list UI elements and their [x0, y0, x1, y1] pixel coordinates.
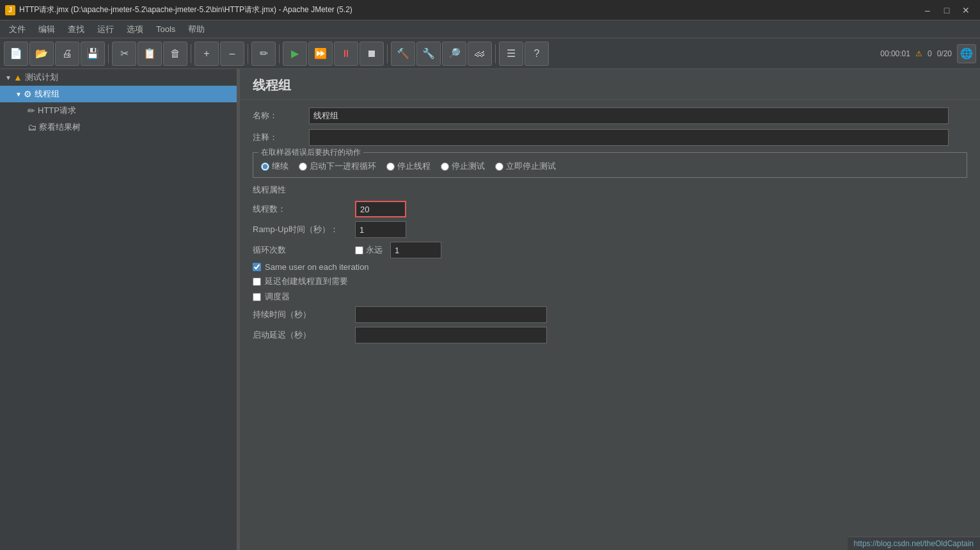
- content-panel: 线程组 名称： 注释： 在取样器错误后要执行的动作 继续: [240, 69, 980, 550]
- save-button[interactable]: 💾: [81, 42, 105, 66]
- minimize-button[interactable]: –: [919, 3, 937, 18]
- rampup-label: Ramp-Up时间（秒）：: [253, 224, 355, 235]
- thread-count-input[interactable]: [355, 201, 406, 217]
- race-button[interactable]: 🏎: [468, 42, 492, 66]
- radio-stop-now[interactable]: 立即停止测试: [495, 161, 556, 172]
- arrow-icon: ▼: [5, 74, 12, 81]
- menu-edit[interactable]: 编辑: [32, 21, 61, 38]
- sidebar-item-label-result: 察看结果树: [39, 122, 81, 133]
- http-request-icon: ✏: [28, 106, 35, 116]
- page-title: 线程组: [253, 77, 967, 94]
- sidebar-item-http-request[interactable]: ✏ HTTP请求: [0, 102, 239, 119]
- startup-delay-input[interactable]: [355, 327, 547, 343]
- radio-stop-thread-input[interactable]: [386, 162, 395, 171]
- wrench-button[interactable]: 🔧: [416, 42, 441, 66]
- loop-label: 循环次数: [253, 244, 355, 256]
- toolbar-sep-5: [387, 44, 388, 63]
- loop-count-input[interactable]: [390, 242, 441, 258]
- test-plan-icon: ▲: [13, 72, 22, 82]
- window-controls: – □ ✕: [919, 3, 975, 18]
- title-bar: J HTTP请求.jmx (D:\apache-jmeter-5.2\apach…: [0, 0, 980, 20]
- menu-tools[interactable]: Tools: [150, 22, 182, 36]
- thread-count-row: 线程数：: [253, 201, 967, 217]
- toolbar-sep-6: [495, 44, 496, 63]
- rampup-input[interactable]: [355, 221, 406, 238]
- maximize-button[interactable]: □: [938, 3, 956, 18]
- radio-stop-now-input[interactable]: [495, 162, 503, 171]
- thread-props-section: 线程属性 线程数： Ramp-Up时间（秒）： 循环次数 永远: [253, 184, 967, 343]
- sidebar-item-result-tree[interactable]: 🗂 察看结果树: [0, 119, 239, 136]
- menu-find[interactable]: 查找: [61, 21, 91, 38]
- scheduler-label: 调度器: [265, 291, 290, 302]
- form-area: 名称： 注释： 在取样器错误后要执行的动作 继续 启动下一进程: [240, 100, 980, 358]
- app-icon: J: [5, 5, 15, 15]
- menu-run[interactable]: 运行: [91, 21, 120, 38]
- thread-group-icon: ⚙: [24, 89, 32, 99]
- menu-file[interactable]: 文件: [3, 21, 32, 38]
- radio-next-input[interactable]: [299, 162, 307, 171]
- menu-options[interactable]: 选项: [120, 21, 150, 38]
- comment-input[interactable]: [309, 129, 949, 146]
- menu-help[interactable]: 帮助: [182, 21, 211, 38]
- sidebar: ▼ ▲ 测试计划 ▼ ⚙ 线程组 ✏ HTTP请求 🗂 察看结果树: [0, 69, 240, 550]
- warn-count: 0: [928, 49, 932, 58]
- scheduler-checkbox[interactable]: [253, 293, 261, 301]
- sidebar-drag-handle[interactable]: [237, 69, 239, 550]
- radio-stop-test-input[interactable]: [441, 162, 449, 171]
- footer-url: https://blog.csdn.net/theOldCaptain: [854, 539, 974, 548]
- duration-input[interactable]: [355, 306, 547, 323]
- search-button[interactable]: 🔎: [442, 42, 466, 66]
- new-button[interactable]: 📄: [4, 42, 28, 66]
- arrow-thread-icon: ▼: [15, 91, 22, 98]
- radio-next[interactable]: 启动下一进程循环: [299, 161, 376, 172]
- startup-delay-label: 启动延迟（秒）: [253, 329, 355, 341]
- same-user-checkbox[interactable]: [253, 263, 261, 271]
- duration-row: 持续时间（秒）: [253, 306, 967, 323]
- result-tree-icon: 🗂: [28, 122, 36, 132]
- remove-button[interactable]: –: [220, 42, 244, 66]
- edit-button[interactable]: ✏: [251, 42, 276, 66]
- cut-button[interactable]: ✂: [112, 42, 136, 66]
- help-button[interactable]: ?: [525, 42, 549, 66]
- timer-display: 00:00:01: [880, 49, 910, 58]
- close-button[interactable]: ✕: [957, 3, 975, 18]
- footer-bar: https://blog.csdn.net/theOldCaptain: [848, 537, 980, 550]
- delete-button[interactable]: 🗑: [163, 42, 187, 66]
- open-button[interactable]: 📂: [29, 42, 54, 66]
- toolbar-right: 00:00:01 ⚠ 0 0/20 🌐: [880, 44, 976, 63]
- loop-forever-checkbox[interactable]: [355, 246, 363, 255]
- hammer-button[interactable]: 🔨: [391, 42, 415, 66]
- progress-display: 0/20: [937, 49, 952, 58]
- radio-continue[interactable]: 继续: [261, 161, 288, 172]
- thread-props-title: 线程属性: [253, 184, 967, 196]
- print-button[interactable]: 🖨: [55, 42, 79, 66]
- sidebar-item-thread-group[interactable]: ▼ ⚙ 线程组: [0, 86, 239, 102]
- start-no-pause-button[interactable]: ⏩: [308, 42, 333, 66]
- list-button[interactable]: ☰: [499, 42, 523, 66]
- shutdown-button[interactable]: ⏹: [360, 42, 384, 66]
- radio-continue-input[interactable]: [261, 162, 269, 171]
- duration-label: 持续时间（秒）: [253, 309, 355, 320]
- radio-stop-test[interactable]: 停止测试: [441, 161, 485, 172]
- radio-next-label: 启动下一进程循环: [310, 161, 376, 172]
- add-button[interactable]: +: [194, 42, 219, 66]
- radio-stop-now-label: 立即停止测试: [506, 161, 556, 172]
- start-button[interactable]: ▶: [283, 42, 307, 66]
- radio-stop-thread[interactable]: 停止线程: [386, 161, 431, 172]
- comment-label: 注释：: [253, 132, 304, 143]
- toolbar: 📄 📂 🖨 💾 ✂ 📋 🗑 + – ✏ ▶ ⏩ ⏸ ⏹ 🔨 🔧 🔎 🏎 ☰ ? …: [0, 38, 980, 69]
- copy-button[interactable]: 📋: [138, 42, 162, 66]
- name-input[interactable]: [309, 107, 949, 124]
- loop-row: 循环次数 永远: [253, 242, 967, 258]
- sidebar-item-test-plan[interactable]: ▼ ▲ 测试计划: [0, 69, 239, 86]
- globe-button[interactable]: 🌐: [957, 44, 976, 63]
- stop-button[interactable]: ⏸: [334, 42, 358, 66]
- radio-continue-label: 继续: [272, 161, 288, 172]
- title-bar-text: HTTP请求.jmx (D:\apache-jmeter-5.2\apache-…: [19, 4, 919, 15]
- error-section-title: 在取样器错误后要执行的动作: [258, 147, 363, 158]
- thread-count-label: 线程数：: [253, 203, 355, 215]
- same-user-label: Same user on each iteration: [265, 262, 369, 272]
- toolbar-sep-2: [191, 44, 191, 63]
- loop-forever-label[interactable]: 永远: [355, 244, 383, 256]
- delay-create-checkbox[interactable]: [253, 278, 261, 286]
